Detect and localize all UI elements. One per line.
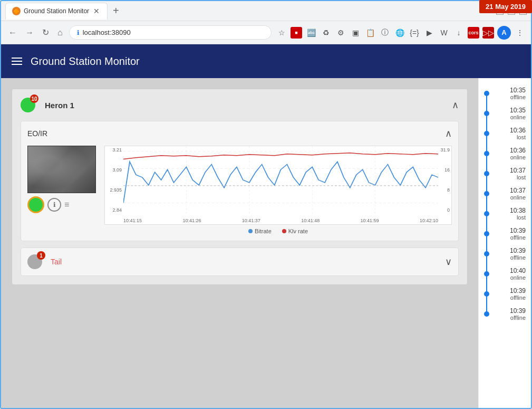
- home-button[interactable]: ⌂: [55, 26, 65, 40]
- tail-title: Tail: [51, 258, 62, 266]
- active-tab[interactable]: 🔶 Ground Station Monitor ✕: [5, 3, 108, 20]
- timeline-text: 10:37 online: [494, 187, 526, 201]
- app-container: Ground Station Monitor 21 May 2019 10 He: [1, 44, 531, 408]
- timeline-text: 10:39 offline: [494, 227, 526, 241]
- word-icon[interactable]: W: [438, 27, 450, 39]
- info-circle-icon[interactable]: ⓘ: [379, 27, 391, 39]
- timeline-status: lost: [517, 174, 526, 180]
- timeline-text: 10:38 lost: [494, 207, 526, 221]
- timeline-item: 10:40 online: [479, 264, 531, 284]
- user-avatar[interactable]: A: [497, 26, 511, 40]
- code-icon[interactable]: {=}: [409, 27, 420, 39]
- y-label-bottom: 2.84: [105, 207, 123, 213]
- y-right-2: 16: [438, 167, 451, 173]
- timeline-text: 10:35 offline: [494, 87, 526, 100]
- heron-badge-count: 10: [30, 94, 38, 103]
- timeline-status: lost: [517, 134, 526, 140]
- timeline-time: 10:36: [510, 127, 526, 134]
- tail-badge-count: 1: [37, 251, 45, 260]
- y-label-3: 2.935: [105, 187, 123, 193]
- settings-icon[interactable]: ⚙: [335, 27, 346, 39]
- eoir-header: EO/IR ∧: [27, 128, 452, 139]
- info-button[interactable]: ℹ: [47, 198, 61, 212]
- hamburger-menu[interactable]: [12, 58, 22, 65]
- timeline-time: 10:40: [510, 267, 526, 274]
- timeline-dot: [484, 191, 489, 196]
- recycle-icon[interactable]: ♻: [320, 27, 332, 39]
- timeline-status: online: [510, 154, 526, 160]
- tail-header: 1 Tail ∨: [27, 254, 452, 269]
- back-button[interactable]: ←: [6, 26, 19, 40]
- forward-button[interactable]: →: [23, 26, 36, 40]
- timeline-dot: [484, 251, 489, 256]
- y-axis-left: 3.21 3.09 2.935 2.84: [105, 146, 123, 214]
- video-thumbnail: [27, 146, 96, 193]
- timeline-text: 10:39 offline: [494, 307, 526, 321]
- globe-icon[interactable]: 🌐: [394, 27, 405, 39]
- timeline-time: 10:37: [510, 167, 526, 174]
- timeline-status: offline: [510, 234, 526, 241]
- hamburger-line: [12, 61, 22, 62]
- timeline-dot: [484, 171, 489, 176]
- timeline-dot: [484, 311, 489, 317]
- main-content: 10 Heron 1 ∧ EO/IR ∧: [1, 78, 531, 408]
- timeline-text: 10:36 online: [494, 147, 526, 160]
- timeline-status: lost: [517, 214, 526, 221]
- timeline-status: online: [510, 194, 526, 201]
- tab-close-button[interactable]: ✕: [92, 7, 101, 15]
- tail-section: 1 Tail ∨: [21, 248, 459, 276]
- bookmark-icon[interactable]: ☆: [276, 27, 287, 39]
- legend-klv: Klv rate: [282, 228, 308, 234]
- legend-bitrate: Bitrate: [248, 228, 272, 234]
- video-icon[interactable]: ▶: [423, 27, 435, 39]
- thumbnail-area: ℹ ≡: [27, 146, 96, 213]
- app-title: Ground Station Monitor: [31, 55, 140, 68]
- timeline-time: 10:39: [510, 307, 526, 315]
- tab-favicon: 🔶: [12, 7, 21, 15]
- y-label-2: 3.09: [105, 167, 123, 173]
- timeline-status: offline: [510, 94, 526, 100]
- timeline-item: 10:36 online: [479, 144, 531, 164]
- address-url: localhost:38090: [83, 28, 131, 36]
- timeline-item: 10:39 offline: [479, 284, 531, 304]
- timeline-item: 10:39 offline: [479, 244, 531, 264]
- timeline-time: 10:37: [510, 187, 526, 194]
- eoir-content: ℹ ≡ 3.21 3.09: [27, 146, 452, 234]
- eoir-title: EO/IR: [27, 129, 47, 138]
- x-label-2: 10:41:37: [242, 218, 260, 223]
- chart-area: 3.21 3.09 2.935 2.84: [104, 146, 452, 234]
- download-icon[interactable]: ↓: [453, 27, 465, 39]
- more-menu-icon[interactable]: ⋮: [514, 27, 526, 39]
- address-field[interactable]: ℹ localhost:38090: [69, 25, 272, 40]
- timeline-sidebar: 10:35 offline 10:35 online 10:36 lost: [478, 78, 531, 408]
- reload-button[interactable]: ↻: [40, 25, 51, 40]
- new-tab-button[interactable]: +: [110, 5, 122, 17]
- eoir-collapse-icon[interactable]: ∧: [445, 128, 452, 139]
- bitrate-legend-dot: [248, 229, 253, 233]
- timeline-time: 10:39: [510, 287, 526, 294]
- chart-legend: Bitrate Klv rate: [104, 228, 452, 234]
- x-label-4: 10:41:59: [361, 218, 379, 223]
- clip-icon[interactable]: 📋: [364, 27, 376, 39]
- tab-title: Ground Station Monitor: [24, 7, 89, 15]
- hamburger-line: [12, 64, 22, 65]
- heron-status-badge: 10: [21, 98, 35, 112]
- timeline-dot: [484, 231, 489, 236]
- list-button[interactable]: ≡: [64, 200, 69, 210]
- timeline-dot: [484, 151, 489, 156]
- timeline-time: 10:39: [510, 247, 526, 254]
- translate-icon[interactable]: 🔤: [305, 27, 317, 39]
- timeline-status: online: [510, 114, 526, 120]
- tail-collapse-icon[interactable]: ∨: [445, 256, 452, 268]
- address-bar: ← → ↻ ⌂ ℹ localhost:38090 ☆ ■ 🔤 ♻ ⚙ ▣ 📋 …: [1, 21, 531, 44]
- angular-icon[interactable]: ▷▷: [482, 27, 494, 39]
- x-label-3: 10:41:48: [301, 218, 320, 223]
- monitor-icon[interactable]: ▣: [350, 27, 361, 39]
- timeline-time: 10:35: [510, 87, 526, 94]
- extension-red-icon[interactable]: ■: [291, 27, 302, 39]
- y-right-bottom: 0: [438, 207, 451, 213]
- cors-icon[interactable]: cors: [468, 27, 479, 39]
- selected-status-dot[interactable]: [27, 196, 44, 213]
- heron-collapse-icon[interactable]: ∧: [452, 99, 459, 111]
- x-label-1: 10:41:26: [182, 218, 201, 223]
